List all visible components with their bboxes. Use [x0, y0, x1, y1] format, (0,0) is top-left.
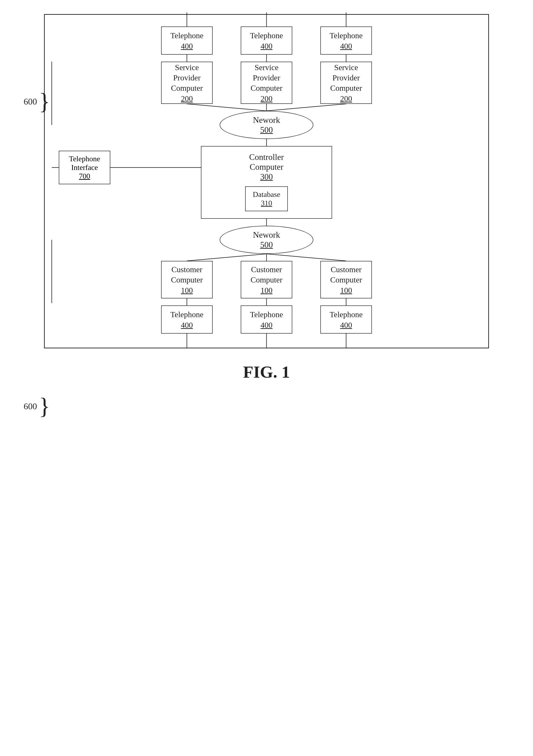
diagram-container: 600 } 600 } Telephone 400 Telephone 400 …: [44, 14, 489, 348]
service-provider-2: ServiceProviderComputer 200: [241, 62, 292, 104]
telephone-top-2: Telephone 400: [241, 26, 292, 55]
network-bottom-row: Nework 500: [59, 226, 474, 254]
telephone-bottom-2: Telephone 400: [241, 306, 292, 334]
customer-computer-2: CustomerComputer 100: [241, 261, 292, 298]
diagram-inner: Telephone 400 Telephone 400 Telephone 40…: [59, 26, 474, 334]
customers-row: CustomerComputer 100 CustomerComputer 10…: [59, 261, 474, 298]
telephone-interface: TelephoneInterface 700: [59, 151, 110, 184]
bracket-top-label: 600 }: [24, 90, 50, 113]
service-provider-3: ServiceProviderComputer 200: [320, 62, 372, 104]
customer-computer-3: CustomerComputer 100: [320, 261, 372, 298]
network-bottom: Nework 500: [220, 226, 313, 254]
network-top-row: Nework 500: [59, 111, 474, 139]
telephone-bottom-1: Telephone 400: [161, 306, 213, 334]
telephone-bottom-3: Telephone 400: [320, 306, 372, 334]
telephone-top-1: Telephone 400: [161, 26, 213, 55]
database-box: Database 310: [245, 186, 288, 211]
figure-label: FIG. 1: [243, 363, 290, 382]
telephone-top-3: Telephone 400: [320, 26, 372, 55]
controller-section: TelephoneInterface 700 ControllerCompute…: [59, 146, 474, 219]
bottom-phones-row: Telephone 400 Telephone 400 Telephone 40…: [59, 306, 474, 334]
service-provider-1: ServiceProviderComputer 200: [161, 62, 213, 104]
service-providers-row: ServiceProviderComputer 200 ServiceProvi…: [59, 62, 474, 104]
controller-computer: ControllerComputer 300 Database 310: [201, 146, 332, 219]
bracket-bottom-label: 600 }: [24, 394, 50, 418]
customer-computer-1: CustomerComputer 100: [161, 261, 213, 298]
network-top: Nework 500: [220, 111, 313, 139]
top-phones-row: Telephone 400 Telephone 400 Telephone 40…: [59, 26, 474, 55]
